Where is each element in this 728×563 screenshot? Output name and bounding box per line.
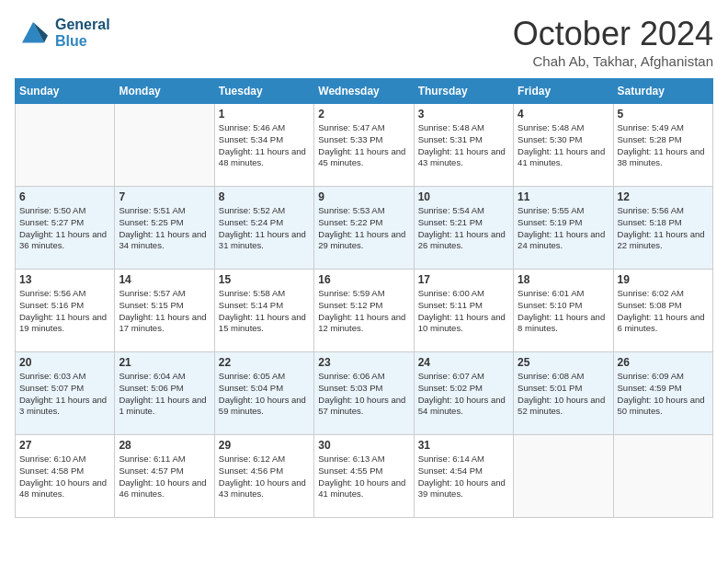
logo-icon xyxy=(15,15,51,52)
day-info: Sunrise: 5:47 AM Sunset: 5:33 PM Dayligh… xyxy=(318,122,409,169)
calendar-cell: 3Sunrise: 5:48 AM Sunset: 5:31 PM Daylig… xyxy=(414,104,513,187)
day-info: Sunrise: 5:49 AM Sunset: 5:28 PM Dayligh… xyxy=(618,122,709,169)
logo-general-text: General xyxy=(55,17,110,33)
day-number: 12 xyxy=(618,190,709,203)
day-number: 24 xyxy=(418,356,509,369)
day-info: Sunrise: 6:00 AM Sunset: 5:11 PM Dayligh… xyxy=(418,288,509,335)
calendar-header: SundayMondayTuesdayWednesdayThursdayFrid… xyxy=(16,79,713,104)
calendar-cell xyxy=(514,435,613,518)
calendar-cell: 25Sunrise: 6:08 AM Sunset: 5:01 PM Dayli… xyxy=(514,352,613,435)
day-number: 26 xyxy=(618,356,709,369)
calendar-cell: 5Sunrise: 5:49 AM Sunset: 5:28 PM Daylig… xyxy=(613,104,712,187)
page-header: General Blue October 2024 Chah Ab, Takha… xyxy=(15,15,713,69)
day-info: Sunrise: 5:52 AM Sunset: 5:24 PM Dayligh… xyxy=(219,205,310,252)
calendar-cell xyxy=(16,104,115,187)
calendar-cell: 9Sunrise: 5:53 AM Sunset: 5:22 PM Daylig… xyxy=(314,187,414,270)
day-info: Sunrise: 6:02 AM Sunset: 5:08 PM Dayligh… xyxy=(618,288,709,335)
calendar-cell: 13Sunrise: 5:56 AM Sunset: 5:16 PM Dayli… xyxy=(16,270,115,352)
day-number: 14 xyxy=(119,273,210,286)
day-info: Sunrise: 6:12 AM Sunset: 4:56 PM Dayligh… xyxy=(219,454,310,500)
day-number: 7 xyxy=(119,190,210,203)
logo-blue-text: Blue xyxy=(55,33,110,50)
day-number: 29 xyxy=(219,439,310,452)
calendar-cell: 20Sunrise: 6:03 AM Sunset: 5:07 PM Dayli… xyxy=(16,352,115,435)
weekday-row: SundayMondayTuesdayWednesdayThursdayFrid… xyxy=(16,79,713,104)
day-number: 28 xyxy=(119,439,210,452)
calendar-cell: 14Sunrise: 5:57 AM Sunset: 5:15 PM Dayli… xyxy=(115,270,214,352)
logo: General Blue xyxy=(15,15,110,52)
calendar-cell: 18Sunrise: 6:01 AM Sunset: 5:10 PM Dayli… xyxy=(514,270,613,352)
calendar-cell: 16Sunrise: 5:59 AM Sunset: 5:12 PM Dayli… xyxy=(314,270,414,352)
day-number: 3 xyxy=(418,108,509,121)
week-row-1: 1Sunrise: 5:46 AM Sunset: 5:34 PM Daylig… xyxy=(16,104,713,187)
day-info: Sunrise: 6:04 AM Sunset: 5:06 PM Dayligh… xyxy=(119,371,210,418)
weekday-header-friday: Friday xyxy=(514,79,613,104)
day-number: 16 xyxy=(318,273,409,286)
week-row-3: 13Sunrise: 5:56 AM Sunset: 5:16 PM Dayli… xyxy=(16,270,713,352)
location: Chah Ab, Takhar, Afghanistan xyxy=(513,53,713,69)
calendar-cell: 10Sunrise: 5:54 AM Sunset: 5:21 PM Dayli… xyxy=(414,187,513,270)
day-number: 4 xyxy=(518,108,609,121)
calendar-cell: 11Sunrise: 5:55 AM Sunset: 5:19 PM Dayli… xyxy=(514,187,613,270)
calendar-cell: 6Sunrise: 5:50 AM Sunset: 5:27 PM Daylig… xyxy=(16,187,115,270)
day-number: 21 xyxy=(119,356,210,369)
week-row-4: 20Sunrise: 6:03 AM Sunset: 5:07 PM Dayli… xyxy=(16,352,713,435)
calendar-cell: 8Sunrise: 5:52 AM Sunset: 5:24 PM Daylig… xyxy=(214,187,313,270)
calendar-cell: 19Sunrise: 6:02 AM Sunset: 5:08 PM Dayli… xyxy=(613,270,712,352)
day-number: 27 xyxy=(19,439,110,452)
day-info: Sunrise: 6:11 AM Sunset: 4:57 PM Dayligh… xyxy=(119,454,210,500)
weekday-header-wednesday: Wednesday xyxy=(314,79,414,104)
day-number: 11 xyxy=(518,190,609,203)
calendar-cell: 15Sunrise: 5:58 AM Sunset: 5:14 PM Dayli… xyxy=(214,270,313,352)
day-number: 23 xyxy=(318,356,409,369)
day-info: Sunrise: 5:48 AM Sunset: 5:31 PM Dayligh… xyxy=(418,122,509,169)
calendar-cell: 22Sunrise: 6:05 AM Sunset: 5:04 PM Dayli… xyxy=(214,352,313,435)
calendar-cell: 12Sunrise: 5:56 AM Sunset: 5:18 PM Dayli… xyxy=(613,187,712,270)
day-number: 17 xyxy=(418,273,509,286)
day-info: Sunrise: 5:58 AM Sunset: 5:14 PM Dayligh… xyxy=(219,288,310,335)
calendar-cell: 4Sunrise: 5:48 AM Sunset: 5:30 PM Daylig… xyxy=(514,104,613,187)
day-info: Sunrise: 5:50 AM Sunset: 5:27 PM Dayligh… xyxy=(19,205,110,252)
weekday-header-monday: Monday xyxy=(115,79,214,104)
calendar-cell: 24Sunrise: 6:07 AM Sunset: 5:02 PM Dayli… xyxy=(414,352,513,435)
calendar-cell: 26Sunrise: 6:09 AM Sunset: 4:59 PM Dayli… xyxy=(613,352,712,435)
day-info: Sunrise: 5:53 AM Sunset: 5:22 PM Dayligh… xyxy=(318,205,409,252)
day-info: Sunrise: 5:54 AM Sunset: 5:21 PM Dayligh… xyxy=(418,205,509,252)
calendar-table: SundayMondayTuesdayWednesdayThursdayFrid… xyxy=(15,78,713,518)
day-number: 9 xyxy=(318,190,409,203)
calendar-cell: 31Sunrise: 6:14 AM Sunset: 4:54 PM Dayli… xyxy=(414,435,513,518)
day-number: 20 xyxy=(19,356,110,369)
day-info: Sunrise: 6:01 AM Sunset: 5:10 PM Dayligh… xyxy=(518,288,609,335)
day-info: Sunrise: 6:14 AM Sunset: 4:54 PM Dayligh… xyxy=(418,454,509,500)
day-number: 5 xyxy=(618,108,709,121)
day-info: Sunrise: 5:59 AM Sunset: 5:12 PM Dayligh… xyxy=(318,288,409,335)
calendar-cell: 28Sunrise: 6:11 AM Sunset: 4:57 PM Dayli… xyxy=(115,435,214,518)
day-number: 19 xyxy=(618,273,709,286)
day-info: Sunrise: 6:09 AM Sunset: 4:59 PM Dayligh… xyxy=(618,371,709,418)
title-block: October 2024 Chah Ab, Takhar, Afghanista… xyxy=(513,15,713,69)
weekday-header-tuesday: Tuesday xyxy=(214,79,313,104)
calendar-cell: 27Sunrise: 6:10 AM Sunset: 4:58 PM Dayli… xyxy=(16,435,115,518)
day-number: 13 xyxy=(19,273,110,286)
calendar-cell: 29Sunrise: 6:12 AM Sunset: 4:56 PM Dayli… xyxy=(214,435,313,518)
day-number: 10 xyxy=(418,190,509,203)
weekday-header-sunday: Sunday xyxy=(16,79,115,104)
calendar-cell: 30Sunrise: 6:13 AM Sunset: 4:55 PM Dayli… xyxy=(314,435,414,518)
day-number: 6 xyxy=(19,190,110,203)
calendar-cell: 1Sunrise: 5:46 AM Sunset: 5:34 PM Daylig… xyxy=(214,104,313,187)
day-info: Sunrise: 6:07 AM Sunset: 5:02 PM Dayligh… xyxy=(418,371,509,418)
week-row-5: 27Sunrise: 6:10 AM Sunset: 4:58 PM Dayli… xyxy=(16,435,713,518)
day-info: Sunrise: 6:13 AM Sunset: 4:55 PM Dayligh… xyxy=(318,454,409,500)
day-number: 2 xyxy=(318,108,409,121)
day-number: 22 xyxy=(219,356,310,369)
day-info: Sunrise: 6:08 AM Sunset: 5:01 PM Dayligh… xyxy=(518,371,609,418)
weekday-header-thursday: Thursday xyxy=(414,79,513,104)
week-row-2: 6Sunrise: 5:50 AM Sunset: 5:27 PM Daylig… xyxy=(16,187,713,270)
calendar-cell: 7Sunrise: 5:51 AM Sunset: 5:25 PM Daylig… xyxy=(115,187,214,270)
day-info: Sunrise: 6:10 AM Sunset: 4:58 PM Dayligh… xyxy=(19,454,110,500)
calendar-cell: 17Sunrise: 6:00 AM Sunset: 5:11 PM Dayli… xyxy=(414,270,513,352)
day-info: Sunrise: 5:51 AM Sunset: 5:25 PM Dayligh… xyxy=(119,205,210,252)
day-number: 25 xyxy=(518,356,609,369)
day-info: Sunrise: 5:57 AM Sunset: 5:15 PM Dayligh… xyxy=(119,288,210,335)
calendar-cell: 21Sunrise: 6:04 AM Sunset: 5:06 PM Dayli… xyxy=(115,352,214,435)
